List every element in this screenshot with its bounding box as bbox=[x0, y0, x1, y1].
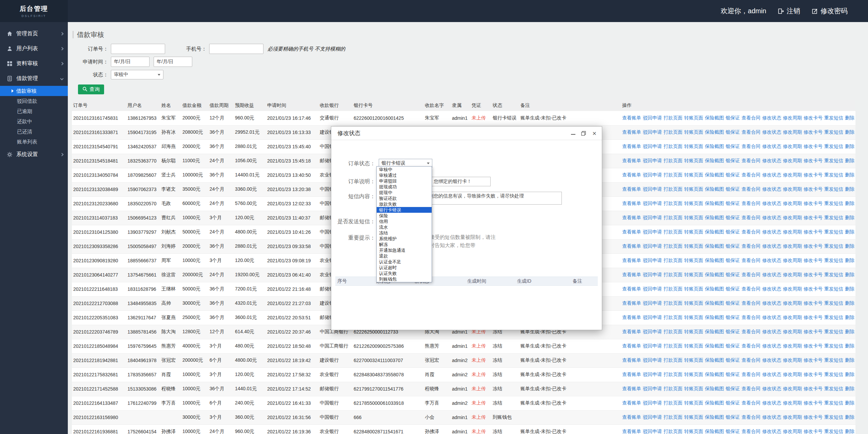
row-action-link[interactable]: 查看账单 bbox=[622, 429, 641, 434]
row-action-link[interactable]: 修改卡号 bbox=[804, 357, 823, 363]
row-action-link[interactable]: 打款页面 bbox=[664, 286, 683, 291]
sidebar-subitem-repaid[interactable]: 已还清 bbox=[0, 127, 68, 137]
row-action-link[interactable]: 修改状态 bbox=[762, 315, 781, 320]
row-action-link[interactable]: 删除 bbox=[845, 429, 854, 434]
row-action-link[interactable]: 删除 bbox=[845, 215, 854, 220]
row-action-link[interactable]: 修改状态 bbox=[762, 386, 781, 391]
row-action-link[interactable]: 银保证 bbox=[726, 357, 740, 363]
row-action-link[interactable]: 删除 bbox=[845, 258, 854, 263]
row-action-link[interactable]: 查看合同 bbox=[742, 201, 761, 206]
row-action-link[interactable]: 查看合同 bbox=[742, 414, 761, 420]
row-action-link[interactable]: 查看账单 bbox=[622, 243, 641, 249]
sidebar-subitem-rejected[interactable]: 驳回借款 bbox=[0, 96, 68, 106]
row-action-link[interactable]: 删除 bbox=[845, 201, 854, 206]
row-action-link[interactable]: 修改周期 bbox=[783, 115, 802, 120]
row-action-link[interactable]: 驳回申请 bbox=[643, 201, 662, 206]
dropdown-option[interactable]: 流水 bbox=[377, 224, 432, 230]
row-action-link[interactable]: 保险截图 bbox=[705, 272, 724, 277]
row-action-link[interactable]: 保险截图 bbox=[705, 115, 724, 120]
row-action-link[interactable]: 删除 bbox=[845, 357, 854, 363]
row-action-link[interactable]: 银保证 bbox=[726, 243, 740, 249]
row-action-link[interactable]: 修改状态 bbox=[762, 343, 781, 348]
row-action-link[interactable]: 驳回申请 bbox=[643, 215, 662, 220]
row-action-link[interactable]: 修改卡号 bbox=[804, 372, 823, 377]
row-action-link[interactable]: 修改周期 bbox=[783, 201, 802, 206]
row-action-link[interactable]: 查看账单 bbox=[622, 286, 641, 291]
row-action-link[interactable]: 查看账单 bbox=[622, 229, 641, 234]
dropdown-option[interactable]: 申请驳回 bbox=[377, 178, 432, 184]
row-action-link[interactable]: 打款页面 bbox=[664, 429, 683, 434]
row-action-link[interactable]: 打款页面 bbox=[664, 343, 683, 348]
row-action-link[interactable]: 查看账单 bbox=[622, 158, 641, 163]
row-action-link[interactable]: 查看合同 bbox=[742, 158, 761, 163]
row-action-link[interactable]: 打款页面 bbox=[664, 215, 683, 220]
row-action-link[interactable]: 驳回申请 bbox=[643, 386, 662, 391]
dropdown-option[interactable]: 退款 bbox=[377, 253, 432, 259]
row-action-link[interactable]: 保险截图 bbox=[705, 429, 724, 434]
row-action-link[interactable]: 查看账单 bbox=[622, 129, 641, 135]
row-action-link[interactable]: 查看账单 bbox=[622, 343, 641, 348]
dropdown-option[interactable]: 认证超时 bbox=[377, 265, 432, 270]
row-action-link[interactable]: 修改周期 bbox=[783, 215, 802, 220]
row-action-link[interactable]: 银保证 bbox=[726, 372, 740, 377]
row-action-link[interactable]: 查看合同 bbox=[742, 115, 761, 120]
row-action-link[interactable]: 转账页面 bbox=[684, 386, 703, 391]
row-action-link[interactable]: 修改状态 bbox=[762, 429, 781, 434]
row-action-link[interactable]: 删除 bbox=[845, 300, 854, 306]
row-action-link[interactable]: 查看账单 bbox=[622, 201, 641, 206]
row-action-link[interactable]: 转账页面 bbox=[684, 329, 703, 334]
row-action-link[interactable]: 保险截图 bbox=[705, 386, 724, 391]
row-action-link[interactable]: 查看合同 bbox=[742, 172, 761, 177]
row-action-link[interactable]: 修改卡号 bbox=[804, 258, 823, 263]
row-action-link[interactable]: 保险截图 bbox=[705, 372, 724, 377]
row-action-link[interactable]: 打款页面 bbox=[664, 186, 683, 192]
row-action-link[interactable]: 打款页面 bbox=[664, 144, 683, 149]
row-action-link[interactable]: 银保证 bbox=[726, 386, 740, 391]
row-action-link[interactable]: 重发短信 bbox=[824, 414, 843, 420]
row-action-link[interactable]: 驳回申请 bbox=[643, 186, 662, 192]
row-action-link[interactable]: 转账页面 bbox=[684, 229, 703, 234]
row-action-link[interactable]: 修改状态 bbox=[762, 229, 781, 234]
logout-button[interactable]: 注销 bbox=[778, 6, 800, 16]
row-action-link[interactable]: 转账页面 bbox=[684, 201, 703, 206]
row-action-link[interactable]: 转账页面 bbox=[684, 400, 703, 405]
row-action-link[interactable]: 修改卡号 bbox=[804, 286, 823, 291]
row-action-link[interactable]: 查看合同 bbox=[742, 129, 761, 135]
row-action-link[interactable]: 驳回申请 bbox=[643, 129, 662, 135]
row-action-link[interactable]: 查看账单 bbox=[622, 414, 641, 420]
row-action-link[interactable]: 重发短信 bbox=[824, 258, 843, 263]
row-action-link[interactable]: 修改卡号 bbox=[804, 129, 823, 135]
row-action-link[interactable]: 删除 bbox=[845, 129, 854, 135]
row-action-link[interactable]: 转账页面 bbox=[684, 186, 703, 192]
row-action-link[interactable]: 修改卡号 bbox=[804, 429, 823, 434]
row-action-link[interactable]: 修改状态 bbox=[762, 329, 781, 334]
dropdown-option[interactable]: 放款失败 bbox=[377, 201, 432, 207]
row-action-link[interactable]: 保险截图 bbox=[705, 315, 724, 320]
row-action-link[interactable]: 银保证 bbox=[726, 229, 740, 234]
row-action-link[interactable]: 查看账单 bbox=[622, 215, 641, 220]
row-action-link[interactable]: 查看合同 bbox=[742, 186, 761, 192]
row-action-link[interactable]: 保险截图 bbox=[705, 215, 724, 220]
row-action-link[interactable]: 修改卡号 bbox=[804, 272, 823, 277]
row-action-link[interactable]: 驳回申请 bbox=[643, 414, 662, 420]
row-action-link[interactable]: 修改卡号 bbox=[804, 243, 823, 249]
row-action-link[interactable]: 转账页面 bbox=[684, 129, 703, 135]
row-action-link[interactable]: 修改卡号 bbox=[804, 329, 823, 334]
row-action-link[interactable]: 删除 bbox=[845, 343, 854, 348]
row-action-link[interactable]: 打款页面 bbox=[664, 243, 683, 249]
row-action-link[interactable]: 重发短信 bbox=[824, 186, 843, 192]
row-action-link[interactable]: 修改卡号 bbox=[804, 343, 823, 348]
row-action-link[interactable]: 修改周期 bbox=[783, 229, 802, 234]
row-action-link[interactable]: 重发短信 bbox=[824, 243, 843, 249]
date-from-input[interactable] bbox=[111, 57, 150, 67]
row-action-link[interactable]: 查看账单 bbox=[622, 315, 641, 320]
row-action-link[interactable]: 修改状态 bbox=[762, 300, 781, 306]
row-action-link[interactable]: 打款页面 bbox=[664, 315, 683, 320]
row-action-link[interactable]: 银保证 bbox=[726, 186, 740, 192]
row-action-link[interactable]: 驳回申请 bbox=[643, 372, 662, 377]
dropdown-option[interactable]: 审核中 bbox=[377, 167, 432, 172]
row-action-link[interactable]: 查看合同 bbox=[742, 286, 761, 291]
row-action-link[interactable]: 驳回申请 bbox=[643, 315, 662, 320]
maximize-icon[interactable] bbox=[581, 131, 586, 136]
row-action-link[interactable]: 驳回申请 bbox=[643, 158, 662, 163]
